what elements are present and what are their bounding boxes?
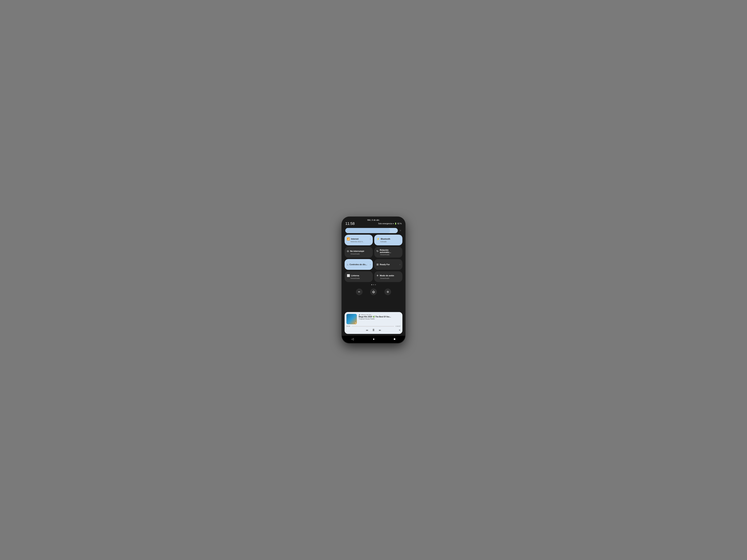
- status-bar: Mié, 6 de abr. 11:58 Solo emergencia ▾ 🔋…: [342, 217, 405, 226]
- ctrl-chevron: ›: [370, 264, 370, 266]
- speaker-icon: 🔊: [359, 314, 361, 316]
- edit-icon: ✏: [358, 290, 360, 293]
- toggle-rot-label: Rotación automátic...: [380, 249, 400, 254]
- media-source-text: Altavoz del telé...: [361, 314, 372, 316]
- shortcuts-row: ✏ ⏻ ⚙: [344, 287, 403, 296]
- toggle-avion[interactable]: ✈ Modo de avión Desactivado: [374, 271, 403, 282]
- media-progress-row: 00:00 2:16:37: [346, 325, 401, 327]
- rf-chevron: ›: [400, 264, 400, 266]
- lint-toggle-icon: ⬜: [347, 274, 350, 277]
- power-icon: ⏻: [372, 290, 375, 293]
- skip-back-button[interactable]: ⏮: [366, 329, 368, 331]
- page-dots: [344, 284, 403, 286]
- noi-toggle-icon: ⊖: [347, 250, 349, 252]
- media-artist: Tropical House Radio: [359, 318, 401, 320]
- settings-icon: ⚙: [387, 290, 389, 293]
- time-elapsed: 00:00: [346, 325, 350, 327]
- ctrl-toggle-icon: ⌂: [347, 263, 348, 266]
- toggle-av-label: Modo de avión: [380, 274, 394, 277]
- settings-shortcut-button[interactable]: ⚙: [384, 289, 391, 295]
- play-pause-button[interactable]: ⏸: [372, 328, 375, 332]
- progress-bar[interactable]: [352, 326, 394, 326]
- rot-toggle-icon: ↻: [377, 250, 379, 252]
- toggle-internet[interactable]: 📶 Internet › Motorola 2022 5...: [344, 235, 373, 245]
- toggle-controles[interactable]: ⌂ Controles de dis... ›: [344, 259, 373, 270]
- media-controls-row: ⏮ ⏸ ⏭ ✕: [346, 328, 401, 332]
- toggle-internet-sublabel: Motorola 2022 5...: [347, 241, 370, 243]
- toggle-bluetooth-left: ⚡ Bluetooth: [377, 237, 390, 240]
- power-shortcut-button[interactable]: ⏻: [370, 289, 377, 295]
- toggle-linterna[interactable]: ⬜ Linterna Desactivada: [344, 271, 373, 282]
- toggle-lint-header: ⬜ Linterna: [347, 274, 370, 277]
- toggle-noi-label: No interrumpir: [350, 250, 364, 252]
- rf-toggle-icon: ⊞: [377, 263, 379, 266]
- brightness-icon: ☀: [399, 229, 402, 232]
- quick-settings: ☀ 📶 Internet › Motorola 2022 5...: [342, 226, 405, 312]
- status-time: 11:58: [345, 221, 355, 226]
- toggle-av-left: ✈ Modo de avión: [377, 274, 394, 277]
- toggle-ctrl-header: ⌂ Controles de dis... ›: [347, 263, 370, 266]
- brightness-row: ☀: [344, 228, 403, 233]
- battery-percent: 82 %: [397, 222, 402, 224]
- wifi-icon: ▾: [393, 222, 394, 224]
- toggle-rotacion[interactable]: ↻ Rotación automátic... Desactivada: [374, 247, 403, 258]
- toggle-rf-left: ⊞ Ready For: [377, 263, 390, 266]
- toggle-ctrl-left: ⌂ Controles de dis...: [347, 263, 367, 266]
- dot-3: [375, 284, 376, 285]
- nav-bar: ◁ ● ■: [342, 336, 405, 343]
- album-art: ▶: [346, 314, 357, 324]
- back-button[interactable]: ◁: [352, 337, 354, 341]
- media-top: ▶ 🔊 Altavoz del telé... Mega Hits 2020 🌿…: [346, 314, 401, 324]
- phone-frame: Mié, 6 de abr. 11:58 Solo emergencia ▾ 🔋…: [342, 217, 405, 343]
- toggle-rot-header: ↻ Rotación automátic...: [377, 249, 400, 254]
- toggle-grid: 📶 Internet › Motorola 2022 5... ⚡ B: [344, 235, 403, 282]
- toggle-av-sublabel: Desactivado: [377, 277, 400, 279]
- skip-forward-button[interactable]: ⏭: [379, 329, 381, 331]
- recents-button[interactable]: ■: [394, 338, 395, 341]
- status-row: 11:58 Solo emergencia ▾ 🔋 82 %: [345, 221, 402, 226]
- brightness-slider[interactable]: [345, 228, 398, 233]
- toggle-rf-label: Ready For: [380, 263, 390, 266]
- av-toggle-icon: ✈: [377, 274, 379, 277]
- toggle-bluetooth-label: Bluetooth: [381, 238, 390, 240]
- time-total: 2:16:37: [395, 325, 401, 327]
- wifi-toggle-icon: 📶: [347, 237, 350, 240]
- edit-shortcut-button[interactable]: ✏: [356, 289, 363, 295]
- toggle-bluetooth[interactable]: ⚡ Bluetooth Activado: [374, 235, 403, 245]
- toggle-rot-left: ↻ Rotación automátic...: [377, 249, 400, 254]
- toggle-noi-left: ⊖ No interrumpir: [347, 250, 364, 252]
- screen: Mié, 6 de abr. 11:58 Solo emergencia ▾ 🔋…: [342, 217, 405, 343]
- toggle-lint-sublabel: Desactivada: [347, 277, 370, 279]
- media-player: ▶ 🔊 Altavoz del telé... Mega Hits 2020 🌿…: [344, 312, 403, 334]
- album-art-inner: ▶: [355, 322, 356, 324]
- home-button[interactable]: ●: [373, 338, 375, 341]
- phone-wrapper: Mié, 6 de abr. 11:58 Solo emergencia ▾ 🔋…: [342, 217, 405, 343]
- dot-2: [373, 284, 374, 285]
- internet-chevron: ›: [370, 238, 370, 240]
- toggle-bluetooth-sublabel: Activado: [377, 241, 400, 243]
- battery-icon: 🔋: [394, 222, 397, 224]
- toggle-bluetooth-header: ⚡ Bluetooth: [377, 237, 400, 240]
- toggle-noi-header: ⊖ No interrumpir: [347, 250, 370, 252]
- media-info: 🔊 Altavoz del telé... Mega Hits 2020 🌿 T…: [359, 314, 401, 320]
- emergency-text: Solo emergencia: [378, 222, 392, 224]
- media-title: Mega Hits 2020 🌿 The Best Of Voc...: [359, 316, 401, 318]
- toggle-lint-label: Linterna: [351, 274, 359, 277]
- media-source: 🔊 Altavoz del telé...: [359, 314, 401, 316]
- brightness-fill: [345, 228, 390, 233]
- toggle-internet-left: 📶 Internet: [347, 237, 359, 240]
- bluetooth-toggle-icon: ⚡: [377, 237, 380, 240]
- toggle-rf-header: ⊞ Ready For ›: [377, 263, 400, 266]
- close-media-button[interactable]: ✕: [399, 329, 401, 331]
- toggle-lint-left: ⬜ Linterna: [347, 274, 359, 277]
- toggle-av-header: ✈ Modo de avión: [377, 274, 400, 277]
- status-icons: Solo emergencia ▾ 🔋 82 %: [378, 222, 402, 224]
- toggle-internet-label: Internet: [351, 238, 359, 240]
- toggle-readyfor[interactable]: ⊞ Ready For ›: [374, 259, 403, 270]
- toggle-internet-header: 📶 Internet ›: [347, 237, 370, 240]
- status-date: Mié, 6 de abr.: [345, 219, 402, 221]
- toggle-no-interrumpir[interactable]: ⊖ No interrumpir Desactivado: [344, 247, 373, 258]
- toggle-ctrl-label: Controles de dis...: [350, 263, 367, 266]
- dot-1: [371, 284, 372, 285]
- toggle-noi-sublabel: Desactivado: [347, 253, 370, 255]
